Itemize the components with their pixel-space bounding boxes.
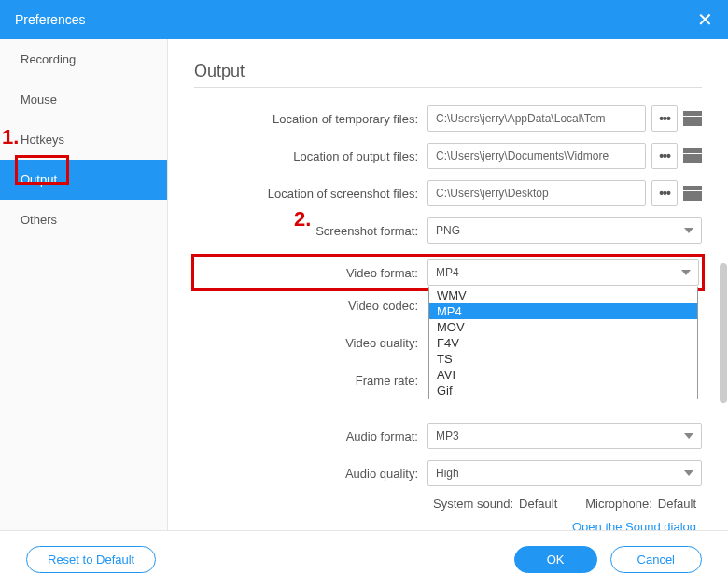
label-screenshot-format: Screenshot format: — [194, 224, 427, 238]
chevron-down-icon — [684, 470, 693, 476]
sidebar: Recording Mouse Hotkeys Output Others — [0, 39, 168, 530]
sidebar-item-recording[interactable]: Recording — [0, 39, 167, 79]
sidebar-item-hotkeys[interactable]: Hotkeys — [0, 119, 167, 160]
dropdown-item-f4v[interactable]: F4V — [429, 335, 697, 351]
section-output-title: Output — [194, 62, 702, 88]
scrollbar-thumb[interactable] — [720, 263, 727, 403]
system-sound-label: System sound: — [433, 497, 513, 511]
browse-temp-button[interactable]: ••• — [651, 105, 678, 132]
preferences-window: Preferences ✕ Recording Mouse Hotkeys Ou… — [0, 0, 728, 588]
folder-icon[interactable] — [683, 111, 702, 126]
select-video-format-value: MP4 — [436, 266, 459, 279]
row-temp-files: Location of temporary files: C:\Users\je… — [194, 105, 702, 133]
row-video-format: Video format: MP4 WMV MP4 MOV F4V TS AVI… — [191, 254, 705, 291]
sidebar-item-others[interactable]: Others — [0, 200, 167, 240]
sound-info-row: System sound:Default Microphone:Default — [194, 497, 702, 511]
chevron-down-icon — [684, 433, 693, 439]
dropdown-item-wmv[interactable]: WMV — [429, 287, 697, 303]
dropdown-item-mov[interactable]: MOV — [429, 319, 697, 335]
select-video-format[interactable]: MP4 WMV MP4 MOV F4V TS AVI Gif — [427, 259, 699, 286]
dropdown-item-ts[interactable]: TS — [429, 351, 697, 367]
label-audio-format: Audio format: — [194, 429, 427, 443]
window-title: Preferences — [15, 12, 85, 27]
select-audio-quality-value: High — [436, 467, 459, 480]
video-format-dropdown: WMV MP4 MOV F4V TS AVI Gif — [428, 287, 698, 399]
main-panel: Output Location of temporary files: C:\U… — [168, 39, 728, 530]
sidebar-item-mouse[interactable]: Mouse — [0, 79, 167, 119]
row-output-files: Location of output files: C:\Users\jerry… — [194, 142, 702, 170]
input-temp-files[interactable]: C:\Users\jerry\AppData\Local\Tem — [427, 105, 646, 132]
folder-icon[interactable] — [683, 186, 702, 201]
system-sound-value: Default — [519, 497, 557, 511]
label-video-codec: Video codec: — [194, 299, 427, 313]
label-video-quality: Video quality: — [194, 336, 427, 350]
body: Recording Mouse Hotkeys Output Others Ou… — [0, 39, 728, 530]
row-screenshot-files: Location of screenshot files: C:\Users\j… — [194, 179, 702, 207]
select-screenshot-format-value: PNG — [436, 224, 460, 237]
microphone-value: Default — [658, 497, 696, 511]
label-video-format: Video format: — [197, 266, 427, 280]
browse-output-button[interactable]: ••• — [651, 143, 678, 169]
chevron-down-icon — [684, 228, 693, 233]
titlebar: Preferences ✕ — [0, 0, 728, 39]
sidebar-item-output[interactable]: Output — [0, 160, 167, 200]
label-output-files: Location of output files: — [194, 149, 427, 163]
select-audio-format-value: MP3 — [436, 429, 459, 442]
dropdown-item-mp4[interactable]: MP4 — [429, 303, 697, 319]
dropdown-item-avi[interactable]: AVI — [429, 367, 697, 383]
label-temp-files: Location of temporary files: — [194, 112, 427, 126]
select-screenshot-format[interactable]: PNG — [427, 217, 702, 244]
cancel-button[interactable]: Cancel — [610, 546, 702, 573]
select-audio-format[interactable]: MP3 — [427, 423, 702, 449]
reset-to-default-button[interactable]: Reset to Default — [26, 546, 156, 573]
row-audio-format: Audio format: MP3 — [194, 422, 702, 450]
input-output-files[interactable]: C:\Users\jerry\Documents\Vidmore — [427, 143, 646, 169]
close-icon[interactable]: ✕ — [697, 8, 713, 31]
select-audio-quality[interactable]: High — [427, 460, 702, 486]
dropdown-item-gif[interactable]: Gif — [429, 383, 697, 399]
footer: Reset to Default OK Cancel — [0, 530, 728, 588]
row-screenshot-format: Screenshot format: PNG — [194, 217, 702, 245]
open-sound-dialog-link[interactable]: Open the Sound dialog — [194, 520, 702, 530]
ok-button[interactable]: OK — [514, 546, 597, 573]
label-screenshot-files: Location of screenshot files: — [194, 187, 427, 201]
input-screenshot-files[interactable]: C:\Users\jerry\Desktop — [427, 180, 646, 206]
folder-icon[interactable] — [683, 148, 702, 163]
scrollbar[interactable] — [719, 263, 728, 431]
browse-screenshot-button[interactable]: ••• — [651, 180, 678, 206]
row-audio-quality: Audio quality: High — [194, 459, 702, 487]
chevron-down-icon — [681, 270, 691, 275]
label-audio-quality: Audio quality: — [194, 467, 427, 481]
label-frame-rate: Frame rate: — [194, 373, 427, 387]
microphone-label: Microphone: — [585, 497, 652, 511]
